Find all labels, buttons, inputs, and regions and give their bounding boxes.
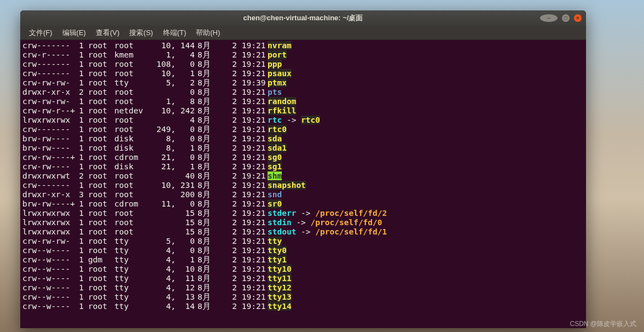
col-links: 2 — [75, 171, 84, 181]
col-day: 2 — [215, 181, 237, 190]
col-day: 2 — [215, 227, 237, 237]
col-group: netdev — [114, 106, 145, 116]
menu-help[interactable]: 帮助(H) — [192, 26, 224, 39]
sp — [110, 190, 114, 199]
col-owner: root — [88, 181, 110, 190]
sp — [110, 78, 114, 88]
col-minor: 144 — [176, 41, 193, 50]
col-name: sda1 — [263, 144, 287, 153]
col-minor: 10 — [176, 265, 193, 274]
col-time: 19:21 — [237, 69, 263, 78]
sp — [110, 218, 114, 227]
col-group: root — [114, 227, 145, 237]
col-minor: 0 — [176, 125, 193, 134]
listing-row: crw--w---- 1 root tty 4, 13 8月2 19:21tty… — [22, 293, 584, 302]
window-title: chen@chen-virtual-machine: ~/桌面 — [243, 13, 363, 23]
terminal-window: chen@chen-virtual-machine: ~/桌面 ─ □ × 文件… — [20, 10, 586, 328]
sp — [193, 302, 198, 311]
maximize-button[interactable]: □ — [562, 14, 570, 22]
filename: sg0 — [268, 153, 282, 162]
col-name: nvram — [263, 41, 292, 50]
col-name: tty11 — [263, 274, 292, 283]
sp — [84, 41, 88, 50]
filename: rtc — [268, 116, 282, 124]
sp — [71, 265, 75, 274]
sp — [84, 265, 88, 274]
sp — [84, 116, 88, 125]
col-day: 2 — [215, 134, 237, 144]
col-perms: drwxrwxrwt — [22, 171, 71, 181]
col-perms: crw------- — [22, 125, 71, 134]
close-button[interactable]: × — [574, 14, 582, 22]
sp — [110, 60, 114, 69]
col-links: 1 — [75, 97, 84, 106]
sp — [71, 293, 75, 302]
col-name: tty10 — [263, 265, 292, 274]
col-time: 19:21 — [237, 134, 263, 144]
sp — [71, 88, 75, 97]
col-month: 8月 — [198, 97, 215, 106]
sp — [110, 134, 114, 144]
sp — [84, 106, 88, 116]
menu-view[interactable]: 查看(V) — [91, 26, 124, 39]
window-titlebar[interactable]: chen@chen-virtual-machine: ~/桌面 ─ □ × — [20, 10, 586, 26]
col-time: 19:21 — [237, 88, 263, 97]
col-day: 2 — [215, 199, 237, 209]
col-month: 8月 — [198, 116, 215, 125]
col-name: tty14 — [263, 302, 292, 311]
col-group: tty — [114, 246, 145, 255]
col-time: 19:21 — [237, 125, 263, 134]
filename: snd — [268, 190, 282, 199]
filename: stderr — [268, 209, 296, 217]
menu-file[interactable]: 文件(F) — [25, 26, 57, 39]
col-major — [145, 88, 176, 97]
col-time: 19:21 — [237, 41, 263, 50]
menu-search[interactable]: 搜索(S) — [125, 26, 157, 39]
col-owner: root — [88, 171, 110, 181]
col-name: random — [263, 97, 296, 106]
sp — [193, 97, 198, 106]
sp — [193, 153, 198, 162]
col-minor: 0 — [176, 134, 193, 144]
sp — [110, 144, 114, 153]
sp — [110, 69, 114, 78]
filename: sr0 — [268, 199, 282, 208]
listing-row: crw--w---- 1 root tty 4, 0 8月2 19:21tty0 — [22, 246, 584, 255]
col-month: 8月 — [198, 227, 215, 237]
col-time: 19:21 — [237, 171, 263, 181]
col-minor: 4 — [176, 50, 193, 60]
col-perms: crw--w---- — [22, 255, 71, 265]
col-minor: 4 — [176, 116, 193, 125]
minimize-button[interactable]: ─ — [540, 14, 558, 22]
col-minor: 15 — [176, 209, 193, 218]
col-major — [145, 227, 176, 237]
filename: stdout — [268, 227, 296, 236]
sp — [193, 78, 198, 88]
col-links: 1 — [75, 162, 84, 171]
sp — [84, 162, 88, 171]
col-owner: root — [88, 106, 110, 116]
col-perms: crw-rw----+ — [22, 153, 71, 162]
listing-row: crw------- 1 root root 108, 0 8月2 19:21p… — [22, 60, 584, 69]
col-group: root — [114, 125, 145, 134]
col-group: cdrom — [114, 199, 145, 209]
col-major: 8, — [145, 144, 176, 153]
col-day: 2 — [215, 144, 237, 153]
listing-row: drwxr-xr-x 3 root root 200 8月2 19:21snd — [22, 190, 584, 199]
col-owner: root — [88, 60, 110, 69]
col-links: 1 — [75, 181, 84, 190]
col-day: 2 — [215, 246, 237, 255]
col-name: rfkill — [263, 106, 296, 116]
menu-edit[interactable]: 编辑(E) — [58, 26, 90, 39]
col-major: 108, — [145, 60, 176, 69]
col-day: 2 — [215, 88, 237, 97]
col-group: root — [114, 97, 145, 106]
terminal-output[interactable]: crw------- 1 root root 10, 144 8月2 19:21… — [20, 40, 586, 328]
col-perms: crw------- — [22, 41, 71, 50]
col-links: 1 — [75, 274, 84, 283]
col-minor: 1 — [176, 69, 193, 78]
sp — [71, 144, 75, 153]
filename: ppp — [268, 60, 282, 68]
col-time: 19:21 — [237, 237, 263, 246]
menu-terminal[interactable]: 终端(T) — [159, 26, 191, 39]
